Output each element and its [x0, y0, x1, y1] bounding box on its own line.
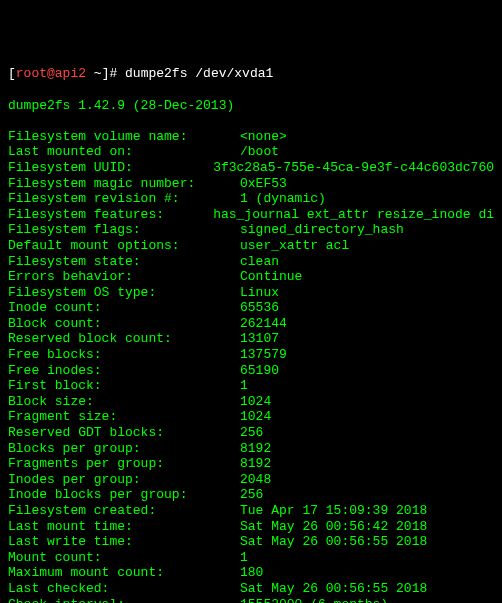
row-label: Reserved block count:	[8, 331, 240, 347]
output-row: Last write time:Sat May 26 00:56:55 2018	[8, 534, 494, 550]
row-label: Errors behavior:	[8, 269, 240, 285]
output-row: Block count:262144	[8, 316, 494, 332]
row-label: Filesystem state:	[8, 254, 240, 270]
output-row: Inode count:65536	[8, 300, 494, 316]
row-value: 8192	[240, 441, 271, 457]
row-value: /boot	[240, 144, 279, 160]
output-row: Block size:1024	[8, 394, 494, 410]
row-label: Inodes per group:	[8, 472, 240, 488]
row-value: 262144	[240, 316, 287, 332]
output-row: Filesystem created:Tue Apr 17 15:09:39 2…	[8, 503, 494, 519]
row-label: Filesystem features:	[8, 207, 213, 223]
row-label: Last mount time:	[8, 519, 240, 535]
version-line: dumpe2fs 1.42.9 (28-Dec-2013)	[8, 98, 494, 114]
output-row: Filesystem UUID:3f3c28a5-755e-45ca-9e3f-…	[8, 160, 494, 176]
row-value: 0xEF53	[240, 176, 287, 192]
row-value: 137579	[240, 347, 287, 363]
user-host: root@api2	[16, 66, 86, 82]
row-value: user_xattr acl	[240, 238, 349, 254]
output-row: Filesystem revision #:1 (dynamic)	[8, 191, 494, 207]
row-label: Mount count:	[8, 550, 240, 566]
row-label: Filesystem flags:	[8, 222, 240, 238]
bracket-close: ]	[102, 66, 110, 82]
row-label: Free inodes:	[8, 363, 240, 379]
output-row: Errors behavior:Continue	[8, 269, 494, 285]
row-value: 15552000 (6 months)	[240, 597, 388, 603]
output-row: Inodes per group:2048	[8, 472, 494, 488]
output-row: Fragments per group:8192	[8, 456, 494, 472]
output-row: Filesystem volume name:<none>	[8, 129, 494, 145]
row-value: 1024	[240, 409, 271, 425]
row-label: Filesystem OS type:	[8, 285, 240, 301]
row-label: Fragment size:	[8, 409, 240, 425]
row-value: Tue Apr 17 15:09:39 2018	[240, 503, 427, 519]
row-value: 13107	[240, 331, 279, 347]
row-label: Last mounted on:	[8, 144, 240, 160]
row-label: Blocks per group:	[8, 441, 240, 457]
row-label: Maximum mount count:	[8, 565, 240, 581]
output-row: Last checked:Sat May 26 00:56:55 2018	[8, 581, 494, 597]
output-row: Filesystem magic number:0xEF53	[8, 176, 494, 192]
bracket-open: [	[8, 66, 16, 82]
output-row: Free inodes:65190	[8, 363, 494, 379]
row-label: Free blocks:	[8, 347, 240, 363]
row-label: Filesystem created:	[8, 503, 240, 519]
row-label: Reserved GDT blocks:	[8, 425, 240, 441]
output-row: Filesystem features:has_journal ext_attr…	[8, 207, 494, 223]
row-label: Inode blocks per group:	[8, 487, 240, 503]
row-label: Fragments per group:	[8, 456, 240, 472]
output-row: Reserved block count:13107	[8, 331, 494, 347]
row-value: 2048	[240, 472, 271, 488]
row-value: 65536	[240, 300, 279, 316]
output-row: Mount count:1	[8, 550, 494, 566]
row-label: Inode count:	[8, 300, 240, 316]
row-value: 1024	[240, 394, 271, 410]
row-value: Linux	[240, 285, 279, 301]
row-label: Check interval:	[8, 597, 240, 603]
row-value: clean	[240, 254, 279, 270]
output-row: Inode blocks per group:256	[8, 487, 494, 503]
row-value: <none>	[240, 129, 287, 145]
row-label: Last write time:	[8, 534, 240, 550]
output-row: Last mount time:Sat May 26 00:56:42 2018	[8, 519, 494, 535]
output-row: Default mount options:user_xattr acl	[8, 238, 494, 254]
hash: #	[109, 66, 125, 82]
row-label: Filesystem revision #:	[8, 191, 240, 207]
row-value: Sat May 26 00:56:55 2018	[240, 534, 427, 550]
row-value: 256	[240, 425, 263, 441]
row-value: 1	[240, 378, 248, 394]
output-row: Blocks per group:8192	[8, 441, 494, 457]
output-row: First block:1	[8, 378, 494, 394]
row-value: has_journal ext_attr resize_inode di	[213, 207, 494, 223]
row-value: Sat May 26 00:56:55 2018	[240, 581, 427, 597]
output-row: Filesystem state:clean	[8, 254, 494, 270]
output-row: Maximum mount count:180	[8, 565, 494, 581]
row-label: Filesystem magic number:	[8, 176, 240, 192]
row-label: Block size:	[8, 394, 240, 410]
row-value: 256	[240, 487, 263, 503]
row-label: Filesystem volume name:	[8, 129, 240, 145]
row-label: Filesystem UUID:	[8, 160, 213, 176]
command: dumpe2fs /dev/xvda1	[125, 66, 273, 82]
output-row: Filesystem flags:signed_directory_hash	[8, 222, 494, 238]
row-label: Default mount options:	[8, 238, 240, 254]
output-table: Filesystem volume name:<none>Last mounte…	[8, 129, 494, 603]
row-value: 180	[240, 565, 263, 581]
prompt-line: [root@api2 ~]# dumpe2fs /dev/xvda1	[8, 66, 494, 82]
output-row: Check interval:15552000 (6 months)	[8, 597, 494, 603]
row-value: 3f3c28a5-755e-45ca-9e3f-c44c603dc760	[213, 160, 494, 176]
row-value: 1	[240, 550, 248, 566]
row-label: Block count:	[8, 316, 240, 332]
tilde: ~	[86, 66, 102, 82]
output-row: Reserved GDT blocks:256	[8, 425, 494, 441]
output-row: Filesystem OS type:Linux	[8, 285, 494, 301]
row-label: Last checked:	[8, 581, 240, 597]
output-row: Free blocks:137579	[8, 347, 494, 363]
row-value: Sat May 26 00:56:42 2018	[240, 519, 427, 535]
row-value: Continue	[240, 269, 302, 285]
output-row: Fragment size:1024	[8, 409, 494, 425]
output-row: Last mounted on:/boot	[8, 144, 494, 160]
row-value: 1 (dynamic)	[240, 191, 326, 207]
row-value: signed_directory_hash	[240, 222, 404, 238]
row-label: First block:	[8, 378, 240, 394]
